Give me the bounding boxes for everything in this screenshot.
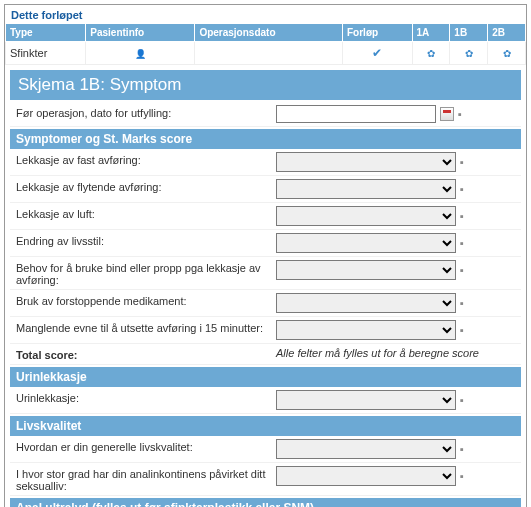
q4-select[interactable]: [276, 233, 456, 253]
q3-select[interactable]: [276, 206, 456, 226]
col-2b: 2B: [488, 24, 526, 42]
cell-type: Sfinkter: [6, 42, 86, 65]
q8-label: Urinlekkasje:: [16, 390, 276, 404]
user-icon: [135, 47, 145, 57]
col-type: Type: [6, 24, 86, 42]
q3-label: Lekkasje av luft:: [16, 206, 276, 220]
calendar-icon[interactable]: [440, 107, 454, 121]
form-container: Dette forløpet Type Pasientinfo Operasjo…: [4, 4, 527, 507]
section-anal: Anal ultralyd (fylles ut før sfinkterpla…: [10, 498, 521, 507]
cell-operasjonsdato[interactable]: [195, 42, 343, 65]
q4-label: Endring av livsstil:: [16, 233, 276, 247]
gear-icon: ✿: [427, 48, 435, 59]
progress-table: Type Pasientinfo Operasjonsdato Forløp 1…: [5, 23, 526, 65]
q1-select[interactable]: [276, 152, 456, 172]
cell-forlop[interactable]: ✔: [343, 42, 413, 65]
section-urin: Urinlekkasje: [10, 367, 521, 387]
q5-select[interactable]: [276, 260, 456, 280]
q7-select[interactable]: [276, 320, 456, 340]
q6-select[interactable]: [276, 293, 456, 313]
q5-label: Behov for å bruke bind eller propp pga l…: [16, 260, 276, 286]
date-label: Før operasjon, dato for utfylling:: [16, 105, 276, 119]
section-symptoms: Symptomer og St. Marks score: [10, 129, 521, 149]
q8-select[interactable]: [276, 390, 456, 410]
cell-pasientinfo[interactable]: [86, 42, 195, 65]
q2-select[interactable]: [276, 179, 456, 199]
total-label: Total score:: [16, 347, 276, 361]
section-livs: Livskvalitet: [10, 416, 521, 436]
col-1b: 1B: [450, 24, 488, 42]
cell-2b[interactable]: ✿: [488, 42, 526, 65]
q1-label: Lekkasje av fast avføring:: [16, 152, 276, 166]
check-icon: ✔: [372, 46, 382, 60]
date-input[interactable]: [276, 105, 436, 123]
table-row: Sfinkter ✔ ✿ ✿ ✿: [6, 42, 526, 65]
col-1a: 1A: [412, 24, 450, 42]
form-title: Skjema 1B: Symptom: [10, 70, 521, 100]
q10-select[interactable]: [276, 466, 456, 486]
q10-label: I hvor stor grad har din analinkontinens…: [16, 466, 276, 492]
col-forlop: Forløp: [343, 24, 413, 42]
q9-select[interactable]: [276, 439, 456, 459]
required-marker: ▪: [458, 108, 462, 120]
col-pasientinfo: Pasientinfo: [86, 24, 195, 42]
cell-1a[interactable]: ✿: [412, 42, 450, 65]
col-operasjonsdato: Operasjonsdato: [195, 24, 343, 42]
gear-icon: ✿: [465, 48, 473, 59]
top-section-label: Dette forløpet: [5, 5, 526, 23]
total-note: Alle felter må fylles ut for å beregne s…: [276, 347, 479, 359]
q7-label: Manglende evne til å utsette avføring i …: [16, 320, 276, 334]
q9-label: Hvordan er din generelle livskvalitet:: [16, 439, 276, 453]
q6-label: Bruk av forstoppende medikament:: [16, 293, 276, 307]
q2-label: Lekkasje av flytende avføring:: [16, 179, 276, 193]
cell-1b[interactable]: ✿: [450, 42, 488, 65]
gear-icon: ✿: [503, 48, 511, 59]
